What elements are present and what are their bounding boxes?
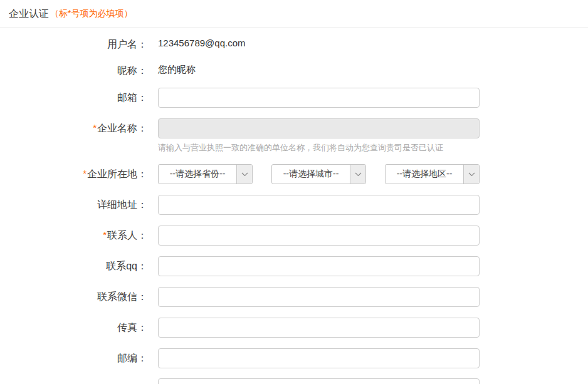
contact-label: *联系人： bbox=[0, 226, 147, 246]
wechat-input[interactable] bbox=[158, 287, 480, 307]
username-label: 用户名： bbox=[0, 36, 147, 51]
city-select[interactable]: --请选择城市-- bbox=[271, 164, 366, 184]
zipcode-input[interactable] bbox=[158, 348, 480, 368]
next-field-row bbox=[0, 378, 588, 384]
qq-label: 联系qq： bbox=[0, 256, 147, 276]
fax-label: 传真： bbox=[0, 318, 147, 338]
next-field-input[interactable] bbox=[158, 378, 480, 384]
district-select-value: --请选择地区-- bbox=[386, 165, 463, 184]
company-name-hint: 请输入与营业执照一致的准确的单位名称，我们将自动为您查询贵司是否已认证 bbox=[158, 142, 480, 153]
address-input[interactable] bbox=[158, 195, 480, 215]
zipcode-row: 邮编： bbox=[0, 348, 588, 368]
qq-input[interactable] bbox=[158, 256, 480, 276]
company-name-label: *企业名称： bbox=[0, 118, 147, 138]
nickname-value: 您的昵称 bbox=[158, 62, 196, 75]
location-row: *企业所在地： --请选择省份-- --请选择城市-- --请选择地区-- bbox=[0, 164, 588, 184]
username-value: 123456789@qq.com bbox=[158, 36, 246, 49]
chevron-down-icon bbox=[463, 165, 479, 184]
required-asterisk: * bbox=[103, 229, 107, 240]
email-label: 邮箱： bbox=[0, 88, 147, 108]
fax-input[interactable] bbox=[158, 318, 480, 338]
province-select[interactable]: --请选择省份-- bbox=[158, 164, 253, 184]
district-select[interactable]: --请选择地区-- bbox=[385, 164, 480, 184]
company-name-input bbox=[158, 118, 480, 138]
address-label: 详细地址： bbox=[0, 195, 147, 215]
required-note: （标*号项为必填项） bbox=[50, 8, 132, 19]
fax-row: 传真： bbox=[0, 318, 588, 338]
location-label: *企业所在地： bbox=[0, 164, 147, 184]
email-input[interactable] bbox=[158, 88, 480, 108]
company-name-row: *企业名称： 请输入与营业执照一致的准确的单位名称，我们将自动为您查询贵司是否已… bbox=[0, 118, 588, 153]
email-row: 邮箱： bbox=[0, 88, 588, 108]
chevron-down-icon bbox=[236, 165, 252, 184]
contact-row: *联系人： bbox=[0, 226, 588, 246]
wechat-label: 联系微信： bbox=[0, 287, 147, 307]
address-row: 详细地址： bbox=[0, 195, 588, 215]
qq-row: 联系qq： bbox=[0, 256, 588, 276]
username-row: 用户名： 123456789@qq.com bbox=[0, 36, 588, 51]
chevron-down-icon bbox=[350, 165, 365, 184]
city-select-value: --请选择城市-- bbox=[272, 165, 350, 184]
page-title: 企业认证 bbox=[9, 8, 49, 21]
required-asterisk: * bbox=[93, 122, 97, 133]
page-header: 企业认证 （标*号项为必填项） bbox=[0, 0, 588, 28]
wechat-row: 联系微信： bbox=[0, 287, 588, 307]
required-asterisk: * bbox=[83, 168, 87, 179]
contact-input[interactable] bbox=[158, 226, 480, 246]
zipcode-label: 邮编： bbox=[0, 348, 147, 368]
province-select-value: --请选择省份-- bbox=[159, 165, 236, 184]
enterprise-auth-form: 用户名： 123456789@qq.com 昵称： 您的昵称 邮箱： *企业名称… bbox=[0, 28, 588, 384]
nickname-label: 昵称： bbox=[0, 62, 147, 77]
nickname-row: 昵称： 您的昵称 bbox=[0, 62, 588, 77]
